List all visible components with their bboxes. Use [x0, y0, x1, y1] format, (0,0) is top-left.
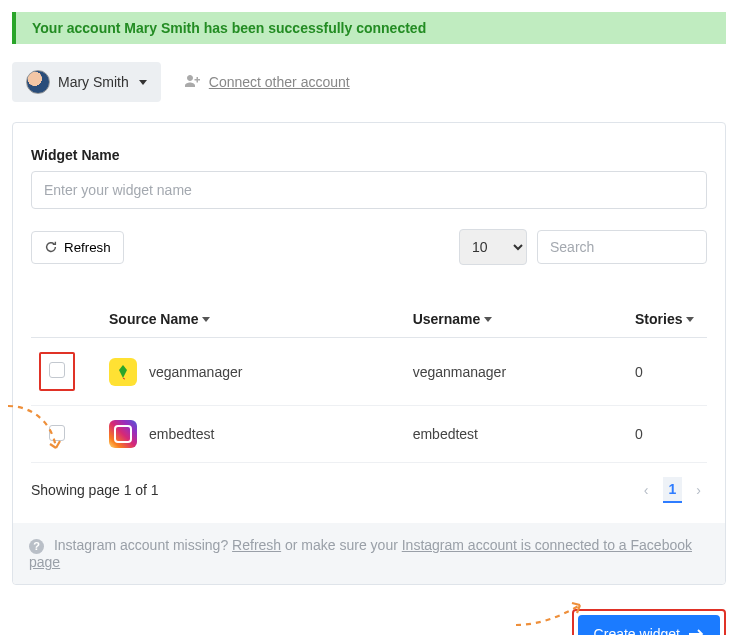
account-tab-current[interactable]: Mary Smith — [12, 62, 161, 102]
success-alert-text: Your account Mary Smith has been success… — [32, 20, 426, 36]
pager-next[interactable]: › — [690, 478, 707, 502]
source-icon — [109, 358, 137, 386]
row-checkbox[interactable] — [49, 362, 65, 378]
arrow-right-icon — [688, 626, 704, 635]
refresh-label: Refresh — [64, 240, 111, 255]
pagination-summary: Showing page 1 of 1 — [31, 482, 159, 498]
table-row: embedtest embedtest 0 — [31, 406, 707, 463]
sort-icon — [202, 317, 210, 322]
col-source[interactable]: Source Name — [101, 301, 405, 338]
connect-other-label: Connect other account — [209, 74, 350, 90]
sort-icon — [686, 317, 694, 322]
widget-name-label: Widget Name — [31, 147, 707, 163]
create-row: Create widget — [12, 609, 726, 635]
annotation-highlight-create: Create widget — [572, 609, 726, 635]
source-name: embedtest — [149, 426, 214, 442]
stories-count: 0 — [635, 426, 643, 442]
stories-count: 0 — [635, 364, 643, 380]
pagination: ‹ 1 › — [638, 477, 707, 503]
widget-name-input[interactable] — [31, 171, 707, 209]
account-tabs: Mary Smith Connect other account — [12, 62, 726, 102]
table-controls: Refresh 10 — [31, 229, 707, 265]
widget-panel: Widget Name Refresh 10 Source Name — [12, 122, 726, 585]
create-widget-button[interactable]: Create widget — [578, 615, 720, 635]
question-icon: ? — [29, 539, 44, 554]
annotation-highlight-checkbox — [39, 352, 75, 391]
page-size-select[interactable]: 10 — [459, 229, 527, 265]
pager-page-current[interactable]: 1 — [663, 477, 683, 503]
help-refresh-link[interactable]: Refresh — [232, 537, 281, 553]
help-bar: ? Instagram account missing? Refresh or … — [13, 523, 725, 584]
source-name: veganmanager — [149, 364, 242, 380]
username: veganmanager — [413, 364, 506, 380]
success-alert: Your account Mary Smith has been success… — [12, 12, 726, 44]
avatar — [26, 70, 50, 94]
username: embedtest — [413, 426, 478, 442]
table-row: veganmanager veganmanager 0 — [31, 338, 707, 406]
help-prefix: Instagram account missing? — [54, 537, 232, 553]
refresh-button[interactable]: Refresh — [31, 231, 124, 264]
table-footer: Showing page 1 of 1 ‹ 1 › — [31, 477, 707, 503]
pager-prev[interactable]: ‹ — [638, 478, 655, 502]
create-widget-label: Create widget — [594, 626, 680, 635]
instagram-icon — [109, 420, 137, 448]
sources-table: Source Name Username Stories — [31, 301, 707, 463]
refresh-icon — [44, 240, 58, 254]
help-middle: or make sure your — [281, 537, 402, 553]
row-checkbox[interactable] — [49, 425, 65, 441]
user-plus-icon — [185, 74, 201, 91]
sort-icon — [484, 317, 492, 322]
chevron-down-icon — [139, 80, 147, 85]
search-input[interactable] — [537, 230, 707, 264]
connect-other-account-link[interactable]: Connect other account — [185, 74, 350, 91]
account-name: Mary Smith — [58, 74, 129, 90]
col-username[interactable]: Username — [405, 301, 627, 338]
col-stories[interactable]: Stories — [627, 301, 707, 338]
